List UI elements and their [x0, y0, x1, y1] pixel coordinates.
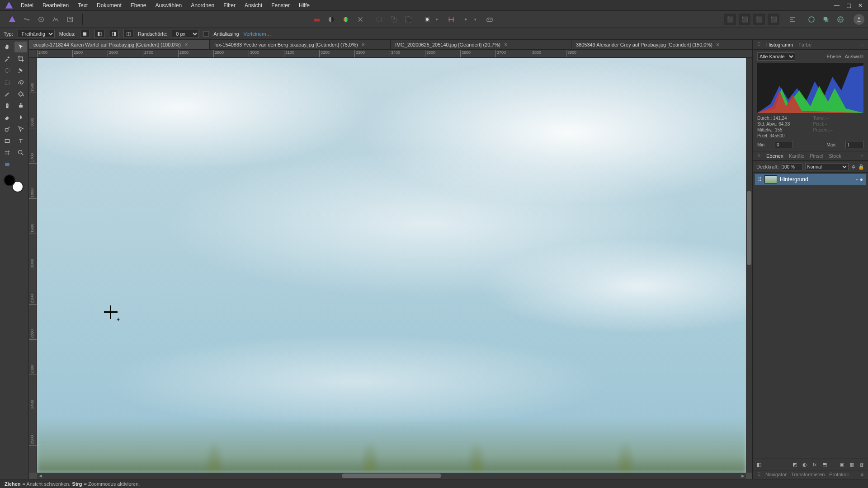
autolevels-icon[interactable]	[354, 14, 366, 25]
persona-tonemap-icon[interactable]	[50, 14, 61, 25]
ruler-vertical[interactable]: 1500 1600 1700 1800 1900 2000 2100 2200 …	[29, 58, 37, 473]
opacity-input[interactable]	[782, 163, 802, 170]
layer-visibility-icon[interactable]: ●	[860, 176, 863, 183]
move-tool-icon[interactable]	[14, 42, 27, 52]
color-swatches[interactable]	[4, 174, 24, 192]
healing-brush-tool-icon[interactable]	[1, 100, 14, 111]
dodge-tool-icon[interactable]	[1, 124, 14, 135]
typ-select[interactable]: Freihändig	[18, 30, 55, 38]
flood-select-tool-icon[interactable]	[14, 65, 27, 76]
panel-menu-icon[interactable]: ≡	[861, 42, 863, 47]
dropdown-caret-icon[interactable]: ▾	[436, 17, 438, 22]
scroll-thumb паумb[interactable]	[342, 474, 441, 478]
arrange-backward-icon[interactable]: ⬛	[739, 14, 750, 25]
dropdown-caret-icon[interactable]: ▾	[474, 17, 476, 22]
min-input[interactable]	[775, 141, 793, 148]
doc-tab-4[interactable]: 3805349 Alexander Grey auf Pixabay.jpg […	[571, 40, 752, 49]
sel-add-icon[interactable]	[388, 14, 400, 25]
quickmask-icon[interactable]	[421, 14, 433, 25]
snap-icon[interactable]	[445, 14, 457, 25]
channel-select[interactable]: Alle Kanäle	[757, 52, 795, 61]
tab-kanaele[interactable]: Kanäle	[789, 153, 804, 159]
menu-fenster[interactable]: Fenster	[267, 0, 294, 11]
tab-histogramm[interactable]: Histogramm	[766, 42, 793, 47]
erase-tool-icon[interactable]	[1, 112, 14, 123]
panel-menu-icon[interactable]: ≡	[861, 153, 863, 159]
close-tab-icon[interactable]: ×	[184, 41, 188, 48]
scroll-left-icon[interactable]: ◀	[37, 473, 43, 479]
menu-hilfe[interactable]: Hilfe	[294, 0, 314, 11]
mask-preview-icon[interactable]: ◧	[755, 461, 763, 468]
menu-dokument[interactable]: Dokument	[92, 0, 126, 11]
tab-ebenen[interactable]: Ebenen	[766, 153, 783, 159]
add-adjustment-icon[interactable]: ◐	[801, 461, 808, 468]
lock-icon[interactable]: 🔒	[858, 164, 864, 170]
persona-liquify-icon[interactable]	[21, 14, 33, 25]
scrollbar-vertical[interactable]	[746, 58, 752, 473]
close-tab-icon[interactable]: ×	[716, 41, 720, 48]
arrange-front-icon[interactable]: ⬛	[768, 14, 779, 25]
doc-tab-3[interactable]: IMG_20200625_205140.jpg [Geändert] (20,7…	[391, 40, 571, 49]
doc-tab-2[interactable]: fox-1540833 Yvette van den Berg pixabay.…	[210, 40, 391, 49]
add-fx-icon[interactable]: fx	[811, 461, 818, 468]
window-minimize-icon[interactable]: —	[831, 0, 843, 11]
window-maximize-icon[interactable]: ▢	[843, 0, 854, 11]
scroll-right-icon[interactable]: ▶	[740, 473, 746, 479]
marquee-rect-tool-icon[interactable]	[1, 77, 14, 88]
tab-stock[interactable]: Stock	[829, 153, 841, 159]
menu-ansicht[interactable]: Ansicht	[240, 0, 267, 11]
menu-anordnen[interactable]: Anordnen	[186, 0, 219, 11]
auswahl-toggle[interactable]: Auswahl	[844, 54, 863, 59]
tab-farbe[interactable]: Farbe	[798, 42, 811, 47]
mode-add-icon[interactable]: ◧	[94, 30, 104, 38]
max-input[interactable]	[845, 141, 863, 148]
tab-transformieren[interactable]: Transformieren	[791, 472, 825, 478]
persona-export-icon[interactable]	[64, 14, 76, 25]
text-tool-icon[interactable]	[14, 136, 27, 146]
snap-settings-icon[interactable]	[460, 14, 472, 25]
sel-new-icon[interactable]	[373, 14, 385, 25]
tab-protokoll[interactable]: Protokoll	[829, 472, 849, 478]
sel-sub-icon[interactable]	[402, 14, 414, 25]
assistant-icon[interactable]	[484, 14, 495, 25]
foreground-color-swatch[interactable]	[4, 174, 15, 186]
pen-tool-icon[interactable]	[14, 124, 27, 135]
dock-handle-icon[interactable]: ⠿	[757, 472, 761, 478]
mesh-warp-tool-icon[interactable]	[1, 147, 14, 158]
menu-auswaehlen[interactable]: Auswählen	[151, 0, 186, 11]
fx-settings-icon[interactable]: ✲	[851, 164, 855, 170]
autocolor-icon[interactable]	[311, 14, 323, 25]
persona-develop-icon[interactable]	[35, 14, 47, 25]
crop-tool-icon[interactable]	[14, 53, 27, 64]
paint-brush-tool-icon[interactable]	[1, 89, 14, 99]
arrange-forward-icon[interactable]: ⬛	[753, 14, 765, 25]
selection-brush-tool-icon[interactable]	[1, 65, 14, 76]
menu-bearbeiten[interactable]: Bearbeiten	[38, 0, 73, 11]
mode-sub-icon[interactable]: ◨	[109, 30, 119, 38]
menu-filter[interactable]: Filter	[219, 0, 240, 11]
smudge-tool-icon[interactable]	[14, 112, 27, 123]
arrange-back-icon[interactable]: ⬛	[724, 14, 736, 25]
view-tool-icon[interactable]	[1, 159, 14, 170]
menu-datei[interactable]: Datei	[16, 0, 38, 11]
layers-studio-icon[interactable]	[820, 14, 832, 25]
sync-icon[interactable]	[806, 14, 817, 25]
freehand-select-tool-icon[interactable]	[14, 77, 27, 88]
add-mask-icon[interactable]: ◩	[791, 461, 798, 468]
zoom-tool-icon[interactable]	[14, 147, 27, 158]
autowb-icon[interactable]	[340, 14, 352, 25]
window-close-icon[interactable]: ✕	[854, 0, 866, 11]
merge-icon[interactable]: ⬒	[821, 461, 828, 468]
hand-tool-icon[interactable]	[1, 42, 14, 52]
dock-handle-icon[interactable]: ⠿	[757, 42, 761, 47]
refine-button[interactable]: Verfeinern…	[244, 31, 271, 37]
tab-navigator[interactable]: Navigator	[765, 472, 787, 478]
ruler-horizontal[interactable]: 2400 2500 2600 2700 2800 2900 3000 3100 …	[37, 50, 752, 58]
drag-handle-icon[interactable]: ⠿	[758, 176, 762, 183]
close-tab-icon[interactable]: ×	[504, 41, 508, 48]
delete-layer-icon[interactable]: 🗑	[858, 461, 865, 468]
layer-lock-icon[interactable]: ▫	[856, 176, 858, 183]
panel-menu-icon[interactable]: ≡	[861, 472, 863, 478]
scrollbar-horizontal[interactable]: ◀ ▶	[37, 473, 746, 479]
group-icon[interactable]: ▣	[838, 461, 845, 468]
